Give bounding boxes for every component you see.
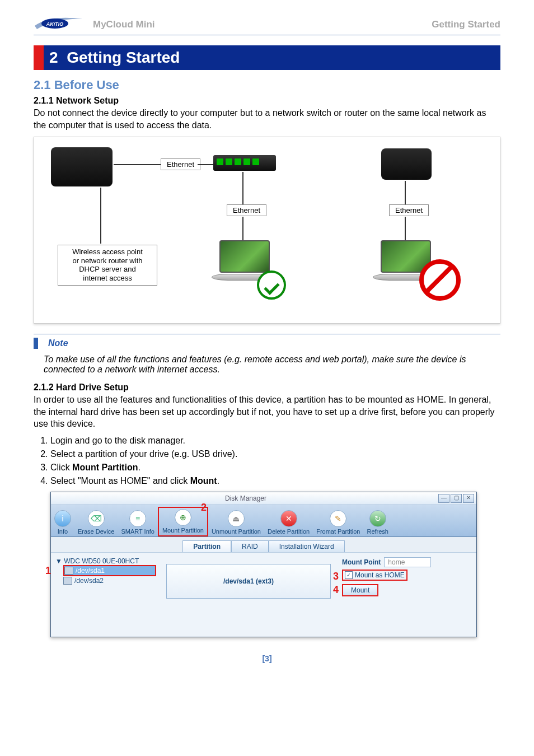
section-heading-2-1-1: 2.1.1 Network Setup <box>34 96 500 106</box>
ethernet-label-3: Ethernet <box>389 204 429 216</box>
highlight-number-1: 1 <box>45 565 51 577</box>
toolbar-delete-partition-button[interactable]: ✕Delete Partition <box>264 509 313 536</box>
drive-icon <box>64 567 73 575</box>
toolbar-info-button[interactable]: iInfo <box>51 509 74 536</box>
note-text: To make use of all the functions and fea… <box>44 354 500 375</box>
network-switch-icon <box>213 155 276 171</box>
highlight-number-4: 4 <box>333 584 339 596</box>
disk-manager-window: Disk Manager — ▢ ✕ 2 iInfo ⌫Erase Device… <box>50 492 477 637</box>
partition-panel: /dev/sda1 (ext3) <box>161 553 336 637</box>
connection-line <box>405 217 406 240</box>
header-section: Getting Started <box>432 19 500 30</box>
tree-item-sda2[interactable]: /dev/sda2 <box>63 576 156 585</box>
section-2-1-2-text: In order to use all the features and fun… <box>34 394 500 430</box>
step-item: Click Mount Partition. <box>50 463 500 473</box>
toolbar-unmount-partition-button[interactable]: ⏏Unmount Partition <box>208 509 264 536</box>
mount-button[interactable]: Mount <box>342 584 378 596</box>
tree-root-device[interactable]: ▼ WDC WD50 0UE-00HCT <box>55 557 156 565</box>
section-heading-2-1-2: 2.1.2 Hard Drive Setup <box>34 382 500 393</box>
toolbar: 2 iInfo ⌫Erase Device ≡SMART Info ⊕Mount… <box>51 505 476 537</box>
checkbox-icon: ✓ <box>345 571 353 579</box>
window-titlebar: Disk Manager — ▢ ✕ <box>51 492 476 505</box>
tab-partition[interactable]: Partition <box>182 540 231 552</box>
tab-bar: Partition RAID Installation Wizard <box>51 537 476 552</box>
checkmark-icon <box>257 270 286 300</box>
mount-panel: Mount Point home 3 ✓ Mount as HOME 4 Mou… <box>336 553 476 637</box>
mount-point-label: Mount Point <box>342 558 381 566</box>
mount-as-home-checkbox[interactable]: ✓ Mount as HOME <box>342 570 407 581</box>
header-product: MyCloud Mini <box>93 19 154 30</box>
ethernet-label-2: Ethernet <box>227 204 266 216</box>
section-heading-2-1: 2.1 Before Use <box>34 78 500 92</box>
step-item: Select a partition of your drive (e.g. U… <box>50 449 500 459</box>
toolbar-format-partition-button[interactable]: ✎Fromat Partition <box>313 509 363 536</box>
partition-box[interactable]: /dev/sda1 (ext3) <box>166 564 331 599</box>
connection-line <box>100 188 101 244</box>
window-close-button[interactable]: ✕ <box>463 494 474 503</box>
top-header: AKiTiO MyCloud Mini Getting Started <box>34 17 500 35</box>
section-2-1-1-text: Do not connect the device directly to yo… <box>34 107 500 131</box>
router-label: Wireless access point or network router … <box>58 245 157 285</box>
toolbar-erase-button[interactable]: ⌫Erase Device <box>74 509 118 536</box>
highlight-number-3: 3 <box>333 571 339 582</box>
window-maximize-button[interactable]: ▢ <box>451 494 462 503</box>
drive-icon <box>63 577 72 585</box>
connection-line <box>242 172 243 204</box>
network-diagram: Ethernet Ethernet Wireless access point … <box>34 137 500 324</box>
tree-item-sda1[interactable]: /dev/sda1 <box>63 565 156 576</box>
chapter-title-bar: 2 Getting Started <box>34 45 500 70</box>
connection-line <box>198 164 213 165</box>
nas-device-direct-icon <box>381 148 432 180</box>
forbidden-icon <box>419 259 461 301</box>
tab-installation-wizard[interactable]: Installation Wizard <box>269 540 345 552</box>
connection-line <box>242 217 243 241</box>
note-label: Note <box>34 338 68 349</box>
svg-text:AKiTiO: AKiTiO <box>46 21 63 27</box>
window-title: Disk Manager <box>53 494 438 502</box>
note-block: Note To make use of all the functions an… <box>34 334 500 375</box>
window-minimize-button[interactable]: — <box>438 494 449 503</box>
connection-line <box>114 164 161 165</box>
device-tree: ▼ WDC WD50 0UE-00HCT 1 /dev/sda1 /dev/sd… <box>51 553 161 637</box>
step-item: Login and go to the disk manager. <box>50 436 500 446</box>
nas-device-icon <box>51 147 113 186</box>
ethernet-label-1: Ethernet <box>161 158 200 170</box>
step-item: Select "Mount as HOME" and click Mount. <box>50 476 500 486</box>
tab-raid[interactable]: RAID <box>231 540 269 552</box>
connection-line <box>405 181 406 204</box>
chapter-title: Getting Started <box>67 49 180 66</box>
steps-list: Login and go to the disk manager. Select… <box>50 436 500 486</box>
toolbar-mount-partition-button[interactable]: ⊕Mount Partition <box>158 507 208 536</box>
toolbar-smart-button[interactable]: ≡SMART Info <box>118 509 158 536</box>
toolbar-refresh-button[interactable]: ↻Refresh <box>363 509 392 536</box>
mount-point-input[interactable]: home <box>384 557 431 567</box>
page-number: [3] <box>34 654 500 663</box>
akitio-logo: AKiTiO <box>34 17 84 32</box>
chapter-number: 2 <box>49 49 58 66</box>
